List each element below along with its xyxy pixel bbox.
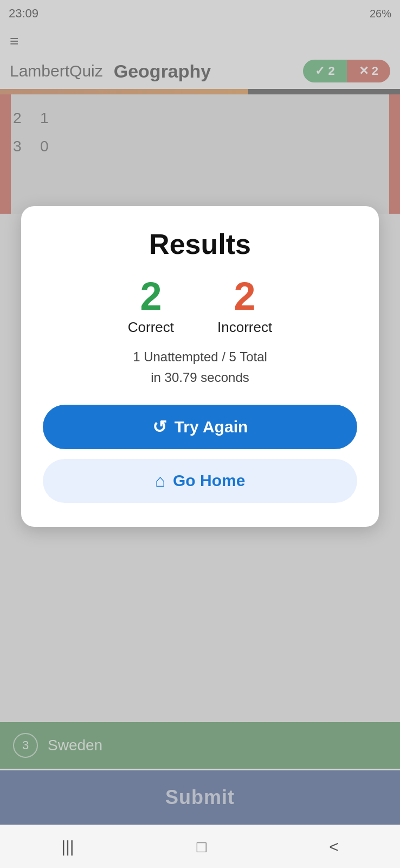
incorrect-label: Incorrect [217, 319, 272, 336]
nav-bar: ||| □ < [0, 825, 400, 868]
results-modal: Results 2 Correct 2 Incorrect 1 Unattemp… [21, 206, 379, 527]
nav-back-icon[interactable]: < [329, 838, 339, 856]
incorrect-score-item: 2 Incorrect [217, 277, 272, 336]
go-home-label: Go Home [173, 471, 245, 490]
go-home-button[interactable]: Go Home [43, 459, 357, 503]
correct-score-item: 2 Correct [128, 277, 174, 336]
incorrect-count: 2 [217, 277, 272, 316]
correct-label: Correct [128, 319, 174, 336]
home-icon [155, 471, 165, 491]
nav-recent-icon[interactable]: ||| [61, 838, 74, 856]
try-again-button[interactable]: Try Again [43, 405, 357, 449]
correct-count: 2 [128, 277, 174, 316]
try-again-label: Try Again [175, 418, 248, 436]
modal-title: Results [43, 228, 357, 260]
modal-stats: 1 Unattempted / 5 Totalin 30.79 seconds [43, 347, 357, 388]
nav-home-icon[interactable]: □ [197, 838, 207, 856]
reload-icon [152, 417, 167, 437]
modal-overlay: Results 2 Correct 2 Incorrect 1 Unattemp… [0, 0, 400, 868]
modal-scores: 2 Correct 2 Incorrect [43, 277, 357, 336]
